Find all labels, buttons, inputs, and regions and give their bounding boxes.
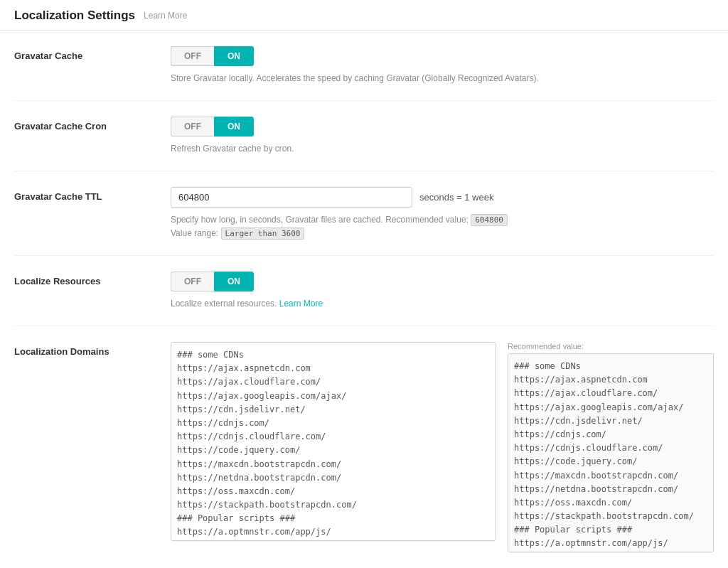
gravatar-cache-cron-row: Gravatar Cache Cron OFF ON Refresh Grava… bbox=[14, 101, 714, 171]
page-header: Localization Settings Learn More bbox=[0, 0, 728, 31]
gravatar-cache-cron-description: Refresh Gravatar cache by cron. bbox=[171, 142, 714, 155]
localization-domains-label: Localization Domains bbox=[14, 342, 171, 357]
gravatar-cache-ttl-input[interactable] bbox=[171, 187, 412, 208]
header-learn-more-link[interactable]: Learn More bbox=[144, 11, 187, 21]
localize-resources-toggle-group: OFF ON bbox=[171, 272, 714, 291]
recommended-label: Recommended value: bbox=[508, 342, 714, 350]
gravatar-cache-row: Gravatar Cache OFF ON Store Gravatar loc… bbox=[14, 31, 714, 101]
gravatar-cache-cron-off-btn[interactable]: OFF bbox=[171, 117, 214, 136]
localize-resources-label: Localize Resources bbox=[14, 272, 171, 286]
gravatar-cache-on-btn[interactable]: ON bbox=[214, 46, 254, 66]
domains-main-panel bbox=[171, 342, 496, 543]
gravatar-cache-ttl-label: Gravatar Cache TTL bbox=[14, 187, 171, 202]
gravatar-cache-ttl-description: Specify how long, in seconds, Gravatar f… bbox=[171, 213, 714, 240]
settings-container: Gravatar Cache OFF ON Store Gravatar loc… bbox=[0, 31, 728, 568]
localization-domains-row: Localization Domains Recommended value: … bbox=[14, 326, 714, 568]
gravatar-cache-toggle-group: OFF ON bbox=[171, 46, 714, 66]
gravatar-cache-cron-toggle-group: OFF ON bbox=[171, 117, 714, 136]
localize-resources-learn-more[interactable]: Learn More bbox=[279, 299, 323, 309]
domains-readonly-panel: ### some CDNshttps://ajax.aspnetcdn.comh… bbox=[508, 353, 714, 552]
gravatar-cache-cron-label: Gravatar Cache Cron bbox=[14, 117, 171, 132]
localize-resources-description: Localize external resources. Learn More bbox=[171, 297, 714, 310]
localize-resources-content: OFF ON Localize external resources. Lear… bbox=[171, 272, 714, 310]
domains-panels: Recommended value: ### some CDNshttps://… bbox=[171, 342, 714, 552]
ttl-recommended-value: 604800 bbox=[471, 214, 508, 226]
gravatar-cache-ttl-content: seconds = 1 week Specify how long, in se… bbox=[171, 187, 714, 240]
gravatar-cache-cron-on-btn[interactable]: ON bbox=[214, 117, 254, 136]
gravatar-cache-description: Store Gravatar locally. Accelerates the … bbox=[171, 72, 714, 85]
ttl-range-prefix: Value range: bbox=[171, 228, 218, 238]
ttl-desc-prefix: Specify how long, in seconds, Gravatar f… bbox=[171, 215, 469, 225]
localization-domains-textarea[interactable] bbox=[171, 342, 496, 541]
gravatar-cache-ttl-row: Gravatar Cache TTL seconds = 1 week Spec… bbox=[14, 171, 714, 256]
ttl-range-value: Larger than 3600 bbox=[221, 227, 305, 240]
gravatar-cache-label: Gravatar Cache bbox=[14, 46, 171, 61]
domains-recommended-panel: Recommended value: ### some CDNshttps://… bbox=[508, 342, 714, 552]
localize-resources-off-btn[interactable]: OFF bbox=[171, 272, 214, 291]
gravatar-cache-content: OFF ON Store Gravatar locally. Accelerat… bbox=[171, 46, 714, 85]
gravatar-cache-off-btn[interactable]: OFF bbox=[171, 46, 214, 66]
localization-domains-content: Recommended value: ### some CDNshttps://… bbox=[171, 342, 714, 552]
localize-resources-on-btn[interactable]: ON bbox=[214, 272, 254, 291]
ttl-input-row: seconds = 1 week bbox=[171, 187, 714, 208]
ttl-unit: seconds = 1 week bbox=[419, 192, 493, 203]
gravatar-cache-cron-content: OFF ON Refresh Gravatar cache by cron. bbox=[171, 117, 714, 155]
localize-resources-row: Localize Resources OFF ON Localize exter… bbox=[14, 256, 714, 326]
localize-resources-desc-prefix: Localize external resources. bbox=[171, 299, 277, 309]
page-title: Localization Settings bbox=[14, 9, 135, 23]
